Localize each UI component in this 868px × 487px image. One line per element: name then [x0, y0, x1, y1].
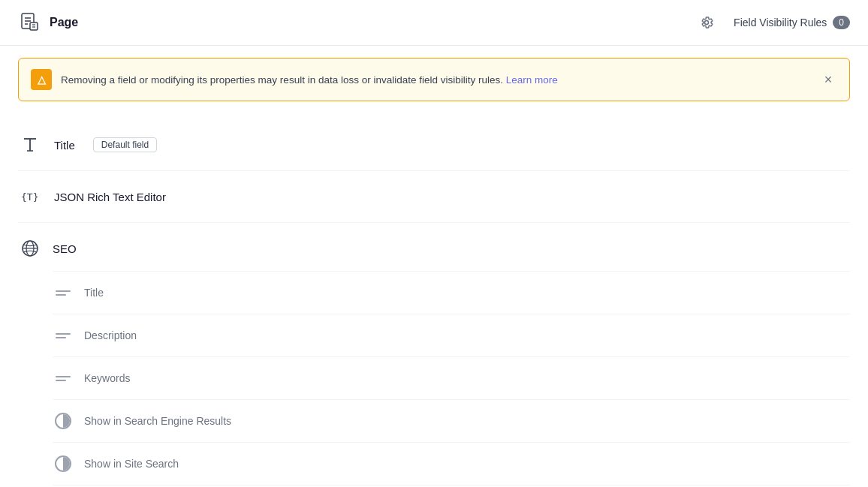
gear-icon — [699, 15, 714, 30]
svg-rect-4 — [30, 23, 38, 30]
seo-sub-field-keywords: Keywords — [53, 356, 850, 399]
seo-description-icon — [53, 325, 74, 346]
warning-icon: △ — [31, 69, 52, 90]
page-icon — [18, 11, 42, 35]
field-visibility-badge: 0 — [833, 16, 850, 29]
content-area: Title Default field {T} JSON Rich Text E… — [0, 113, 868, 487]
seo-title: SEO — [53, 242, 77, 255]
seo-site-search-icon — [53, 453, 74, 474]
title-field-icon — [18, 133, 42, 157]
seo-section: SEO Title Description — [18, 226, 850, 487]
seo-header: SEO — [18, 226, 850, 271]
default-field-badge: Default field — [93, 137, 157, 152]
settings-button[interactable] — [695, 11, 719, 35]
header: Page Field Visibility Rules 0 — [0, 0, 868, 46]
warning-message: Removing a field or modifying its proper… — [61, 74, 503, 86]
svg-text:{T}: {T} — [21, 191, 38, 203]
header-left: Page — [18, 11, 78, 35]
warning-banner: △ Removing a field or modifying its prop… — [18, 58, 850, 101]
seo-sub-field-show-site-search: Show in Site Search — [53, 442, 850, 485]
seo-sub-field-show-search-engine: Show in Search Engine Results — [53, 399, 850, 442]
seo-site-search-name: Show in Site Search — [84, 458, 179, 470]
seo-keywords-icon — [53, 368, 74, 389]
seo-search-engine-icon — [53, 410, 74, 431]
seo-sub-fields: Title Description Keywords — [53, 271, 850, 487]
page-title: Page — [50, 16, 78, 29]
seo-title-name: Title — [84, 287, 104, 299]
learn-more-link[interactable]: Learn more — [506, 74, 558, 86]
seo-keywords-name: Keywords — [84, 372, 130, 384]
seo-sub-field-description: Description — [53, 314, 850, 356]
seo-icon — [18, 236, 42, 260]
json-rich-text-field-name: JSON Rich Text Editor — [54, 191, 166, 203]
seo-description-name: Description — [84, 329, 137, 341]
warning-close-button[interactable]: × — [819, 71, 837, 89]
seo-sub-field-title: Title — [53, 271, 850, 314]
header-right: Field Visibility Rules 0 — [695, 11, 850, 35]
seo-title-icon — [53, 282, 74, 303]
warning-text: Removing a field or modifying its proper… — [61, 74, 810, 86]
field-visibility-rules: Field Visibility Rules 0 — [734, 16, 850, 29]
field-row-json-rich-text: {T} JSON Rich Text Editor — [18, 171, 850, 223]
json-rich-text-icon: {T} — [18, 185, 42, 209]
title-field-name: Title — [54, 139, 75, 152]
field-row-title: Title Default field — [18, 119, 850, 171]
seo-search-engine-name: Show in Search Engine Results — [84, 415, 231, 427]
field-visibility-rules-label: Field Visibility Rules — [734, 17, 827, 29]
